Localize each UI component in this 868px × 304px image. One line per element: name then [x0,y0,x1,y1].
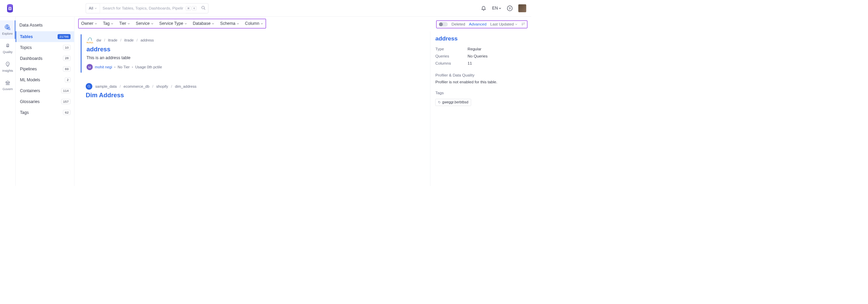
filter-label: Column [245,21,259,26]
filter-row: Owner Tag Tier Service Service Type Data… [78,19,266,29]
result-card[interactable]: sample_data/ ecommerce_db/ shopify/ dim_… [81,81,424,104]
user-avatar[interactable] [518,4,526,12]
rail-item-govern[interactable]: Govern [0,76,15,94]
filter-tier[interactable]: Tier [119,20,131,27]
sidebar-item-label: Tags [20,110,29,115]
svg-line-18 [90,87,90,88]
sidebar-item-label: Dashboards [20,56,42,61]
kbd-cmd: ⌘ [186,6,191,10]
detail-panel: address Type Regular Queries No Queries … [430,31,531,186]
search-container: All ⌘ K [86,3,208,13]
usage-label: Usage 0th pctile [135,65,162,69]
rail-item-explore[interactable]: Explore [0,20,15,39]
rail-item-insights[interactable]: Insights [0,57,15,76]
breadcrumb-part[interactable]: ecommerce_db [124,84,150,89]
svg-point-17 [88,85,90,87]
filter-database[interactable]: Database [192,20,215,27]
filter-column[interactable]: Column [245,20,264,27]
advanced-link[interactable]: Advanced [469,22,487,27]
profiler-heading: Profiler & Data Quality [435,73,526,78]
sidebar-item-topics[interactable]: Topics 10 [16,42,74,53]
breadcrumb-part[interactable]: dim_address [175,84,196,89]
owner-name[interactable]: mohit negi [95,65,112,69]
sidebar-item-pipelines[interactable]: Pipelines 69 [16,64,74,74]
svg-point-16 [91,38,91,38]
svg-point-0 [7,4,13,7]
svg-point-19 [439,102,439,102]
sidebar-item-count: 114 [61,88,70,93]
sidebar-item-count: 69 [63,67,71,72]
help-icon[interactable]: ? [507,5,513,11]
detail-val: No Queries [468,54,488,58]
filter-label: Database [193,21,210,26]
app-logo[interactable] [5,3,15,13]
sidebar-item-count: 28 [63,56,71,61]
breadcrumb-part[interactable]: itrade [108,38,118,43]
search-icon[interactable] [198,5,208,11]
search-shortcut: ⌘ K [186,6,199,10]
tier-label: No Tier [118,65,130,69]
chevron-down-icon [261,22,263,25]
owner-avatar: M [87,64,93,70]
chevron-down-icon [212,22,214,25]
sidebar-item-count: 62 [63,110,71,115]
sidebar-item-glossaries[interactable]: Glossaries 157 [16,96,74,107]
chevron-down-icon [515,23,517,26]
sort-selector[interactable]: Last Updated [490,22,517,27]
nav-rail: Explore Quality Insights Govern [0,17,16,186]
filter-owner[interactable]: Owner [81,20,98,27]
filter-schema[interactable]: Schema [220,20,240,27]
deleted-toggle[interactable] [439,22,448,27]
sidebar-item-count: 21786 [57,34,70,39]
filter-servicetype[interactable]: Service Type [159,20,187,27]
sidebar-item-count: 2 [65,78,70,83]
rail-item-quality[interactable]: Quality [0,39,15,57]
results-list: MySQL dw/ itrade/ itrade/ address addres… [74,31,430,186]
detail-val: 11 [468,61,472,65]
profiler-text: Profiler is not enabled for this table. [435,80,526,84]
detail-row: Columns 11 [435,60,526,67]
filter-label: Service [136,21,150,26]
chevron-down-icon [127,22,130,25]
detail-row: Queries No Queries [435,53,526,60]
chevron-down-icon [111,22,113,25]
chevron-down-icon [151,22,153,25]
detail-key: Queries [435,54,468,58]
notifications-icon[interactable] [481,5,486,11]
sidebar-item-label: Glossaries [20,99,40,104]
filter-tag[interactable]: Tag [103,20,114,27]
filter-service[interactable]: Service [135,20,154,27]
tag-chip[interactable]: gweggr.berbtbsd [435,99,471,106]
breadcrumb-part[interactable]: shopify [156,84,168,89]
sidebar-item-count: 157 [61,99,70,104]
result-title[interactable]: address [87,46,419,53]
breadcrumb-part[interactable]: itrade [124,38,134,43]
chevron-down-icon [185,22,187,25]
language-selector[interactable]: EN [492,6,501,11]
sort-direction-icon[interactable] [521,22,525,27]
detail-row: Type Regular [435,46,526,53]
sidebar-item-mlmodels[interactable]: ML Models 2 [16,74,74,85]
result-title[interactable]: Dim Address [86,92,419,99]
toolbar-row: Deleted Advanced Last Updated [436,20,527,28]
svg-rect-3 [9,9,11,9]
sidebar-item-containers[interactable]: Containers 114 [16,85,74,96]
kbd-k: K [192,6,196,10]
sidebar-item-dashboards[interactable]: Dashboards 28 [16,53,74,64]
breadcrumb-part[interactable]: address [140,38,154,43]
result-card[interactable]: MySQL dw/ itrade/ itrade/ address addres… [81,34,424,73]
sidebar-item-tags[interactable]: Tags 62 [16,107,74,118]
search-input[interactable] [100,3,186,13]
filter-label: Schema [220,21,236,26]
breadcrumb-part[interactable]: dw [97,38,101,43]
search-scope-selector[interactable]: All [86,4,100,13]
detail-key: Columns [435,61,468,65]
sidebar-item-label: Containers [20,88,40,93]
deleted-label: Deleted [452,22,465,27]
detail-title[interactable]: address [435,35,526,42]
sidebar-item-label: Pipelines [20,67,37,71]
sample-data-icon [86,83,92,90]
breadcrumb-part[interactable]: sample_data [95,84,117,89]
sidebar-item-tables[interactable]: Tables 21786 [16,31,74,42]
filter-label: Tag [103,21,110,26]
